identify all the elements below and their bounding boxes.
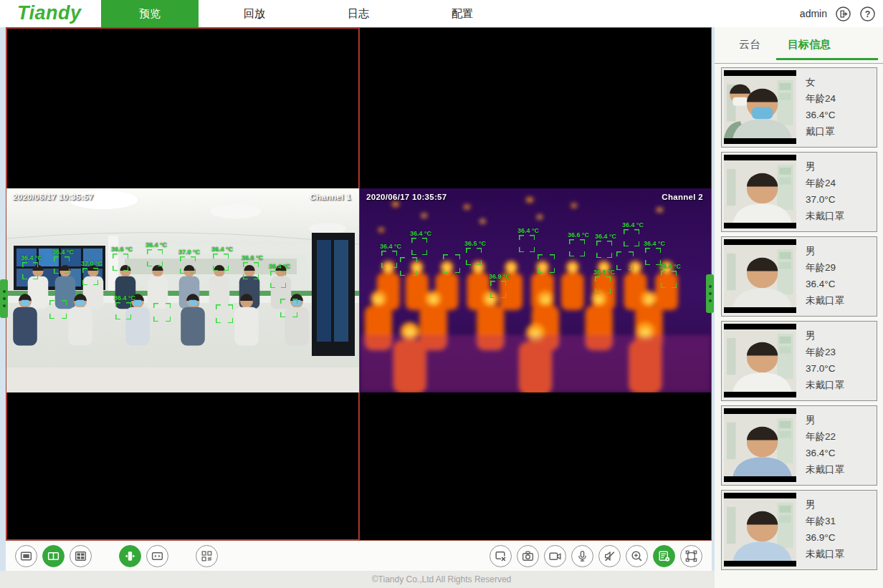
svg-text:?: ?: [865, 9, 871, 19]
temp-annotation: 36.9 °C: [593, 269, 615, 294]
mute-icon: [603, 549, 616, 563]
face-snapshot: [724, 76, 796, 138]
target-age: 年龄29: [806, 259, 844, 276]
target-age: 年龄24: [806, 175, 844, 191]
target-mask-status: 未戴口罩: [806, 546, 844, 562]
target-mask-status: 戴口罩: [806, 123, 836, 140]
face-box: [538, 254, 555, 273]
target-temperature: 36.4°C: [806, 276, 844, 292]
close-all-button[interactable]: [490, 545, 512, 567]
channel1-label: Channel 1: [310, 193, 351, 201]
channel1-video: 2020/06/17 10:35:57 Channel 1 36.4 °C 36…: [6, 188, 359, 392]
custom-layout-icon: [200, 549, 214, 563]
original-ratio-button[interactable]: [146, 545, 168, 567]
temp-annotation: 36.6 °C: [242, 254, 263, 279]
temp-annotation: 36.4 °C: [52, 249, 74, 274]
target-card[interactable]: 男 年龄31 36.9°C 未戴口罩: [721, 490, 877, 570]
target-mask-status: 未戴口罩: [806, 292, 844, 309]
target-mask-status: 未戴口罩: [806, 208, 844, 224]
tab-preview[interactable]: 预览: [101, 0, 199, 27]
target-info-text: 男 年龄23 37.0°C 未戴口罩: [806, 327, 844, 393]
channel1-video-frame: [6, 188, 359, 392]
layout-quad-button[interactable]: [70, 545, 92, 567]
target-gender: 男: [806, 158, 844, 175]
target-photo: [724, 493, 796, 567]
talk-icon: [576, 549, 589, 563]
target-mask-status: 未戴口罩: [806, 377, 844, 393]
left-panel-handle[interactable]: [0, 279, 8, 318]
target-age: 年龄31: [806, 513, 844, 529]
tab-log[interactable]: 日志: [319, 0, 398, 27]
user-area: admin ?: [800, 0, 876, 27]
right-sidebar: 云台 目标信息 女 年龄24 36.4°C 戴口罩 男 年龄24 37.0°C …: [715, 27, 883, 588]
target-card[interactable]: 女 年龄24 36.4°C 戴口罩: [721, 67, 877, 148]
face-box: [400, 257, 417, 276]
right-panel-handle[interactable]: [706, 274, 714, 313]
help-icon[interactable]: ?: [859, 6, 876, 22]
channel2-video: 2020/06/17 10:35:57 Channel 2 36.4 °C 36…: [360, 188, 711, 392]
digital-zoom-button[interactable]: [626, 545, 648, 567]
temp-annotation: 36.4 °C: [380, 243, 401, 268]
digital-zoom-icon: [630, 549, 644, 563]
talk-button[interactable]: [571, 545, 593, 567]
custom-layout-button[interactable]: [196, 545, 218, 567]
target-age: 年龄23: [806, 344, 844, 360]
temp-annotation: 37.0 °C: [81, 260, 102, 285]
layout-dual-button[interactable]: [42, 545, 65, 567]
target-photo: [724, 408, 796, 482]
target-info-text: 男 年龄29 36.4°C 未戴口罩: [806, 243, 844, 309]
face-snapshot: [724, 329, 796, 392]
temp-annotation: 36.4 °C: [410, 230, 431, 255]
fill-window-button[interactable]: [119, 545, 141, 567]
temp-annotation: 36.6 °C: [111, 246, 133, 271]
sidebar-divider: [715, 63, 883, 64]
region-button[interactable]: [680, 545, 702, 567]
temp-annotation: 36.4 °C: [211, 246, 233, 271]
temp-annotation: 36.4 °C: [659, 263, 681, 288]
target-gender: 男: [806, 243, 844, 259]
record-button[interactable]: [544, 545, 566, 567]
target-temperature: 37.0°C: [806, 360, 844, 377]
face-snapshot: [724, 414, 796, 476]
target-card[interactable]: 男 年龄22 36.4°C 未戴口罩: [721, 405, 877, 486]
channel2-timestamp: 2020/06/17 10:35:57: [366, 193, 447, 201]
original-ratio-icon: [151, 549, 164, 563]
target-info-icon: [657, 549, 671, 563]
logout-icon[interactable]: [835, 6, 851, 22]
temp-annotation: 36.6 °C: [568, 231, 589, 256]
layout-single-button[interactable]: [15, 545, 37, 567]
channel2-label: Channel 2: [662, 193, 703, 201]
target-age: 年龄24: [806, 90, 836, 107]
target-photo: [724, 70, 796, 144]
snapshot-icon: [521, 549, 535, 563]
temp-annotation: 36.4 °C: [644, 240, 665, 265]
target-temperature: 36.4°C: [806, 445, 844, 461]
target-card[interactable]: 男 年龄23 37.0°C 未戴口罩: [721, 321, 877, 401]
top-bar: Tiandy 预览 回放 日志 配置 admin ?: [0, 0, 883, 27]
target-card[interactable]: 男 年龄29 36.4°C 未戴口罩: [721, 236, 877, 317]
copyright-text: ©Tiandy Co.,Ltd All Rights Reserved: [372, 574, 511, 584]
channel2-video-frame: [360, 188, 711, 392]
fill-window-icon: [123, 549, 137, 563]
target-temperature: 36.4°C: [806, 107, 836, 123]
mute-button[interactable]: [598, 545, 621, 567]
target-info-text: 男 年龄31 36.9°C 未戴口罩: [806, 496, 844, 562]
snapshot-button[interactable]: [517, 545, 539, 567]
temp-annotation: 37.0 °C: [178, 249, 200, 274]
tab-playback[interactable]: 回放: [215, 0, 294, 27]
target-gender: 女: [806, 74, 836, 90]
tab-ptz[interactable]: 云台: [739, 38, 760, 52]
video-pane-channel2[interactable]: 2020/06/17 10:35:57 Channel 2 36.4 °C 36…: [359, 28, 711, 540]
target-info-button[interactable]: [653, 545, 675, 567]
video-pane-channel1[interactable]: 2020/06/17 10:35:57 Channel 1 36.4 °C 36…: [6, 28, 359, 540]
tab-config[interactable]: 配置: [423, 0, 502, 27]
temp-annotation: 36.9 °C: [489, 273, 510, 298]
close-all-icon: [494, 549, 507, 563]
target-mask-status: 未戴口罩: [806, 461, 844, 478]
temp-annotation: 36.4 °C: [517, 227, 539, 252]
temp-annotation: 36.4 °C: [145, 241, 167, 266]
face-snapshot: [724, 245, 796, 307]
target-photo: [724, 155, 796, 228]
target-card[interactable]: 男 年龄24 37.0°C 未戴口罩: [721, 152, 877, 232]
tab-target-info[interactable]: 目标信息: [788, 38, 831, 52]
